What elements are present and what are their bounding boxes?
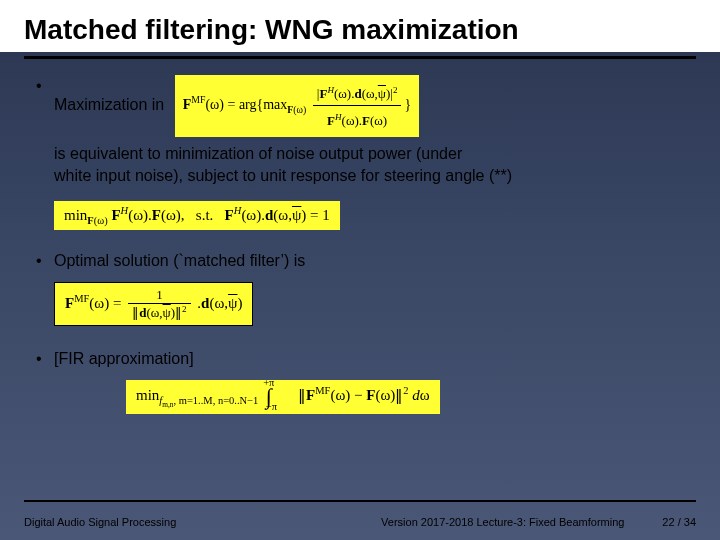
bullet-2: • Optimal solution (`matched filter’) is	[36, 250, 684, 272]
page-title: Matched filtering: WNG maximization	[24, 14, 696, 46]
bullet-1-lead-text: Maximization in	[54, 96, 164, 113]
page-current: 22	[662, 516, 674, 528]
bullet-1-follow-line2: white input noise), subject to unit resp…	[54, 167, 512, 184]
equation-fir-approx: minfm,n, m=1..M, n=0..N−1 ∫−π+π ‖FMF(ω) …	[126, 380, 440, 414]
bullet-3: • [FIR approximation]	[36, 348, 684, 370]
equation-wng-def: FMF(ω) = arg{maxF(ω) |FH(ω).d(ω,ψ)|2 FH(…	[175, 75, 419, 137]
equation-matched-filter: FMF(ω) = 1 ‖d(ω,ψ)‖2 .d(ω,ψ)	[54, 282, 253, 326]
bullet-1-lead: Maximization in FMF(ω) = arg{maxF(ω) |FH…	[54, 75, 419, 137]
footer-middle: Version 2017-2018 Lecture-3: Fixed Beamf…	[343, 516, 662, 528]
mf-numerator: 1	[128, 287, 190, 304]
footer-page: 22 / 34	[662, 516, 696, 528]
slide-body: • Maximization in FMF(ω) = arg{maxF(ω) |…	[0, 59, 720, 428]
bullet-marker: •	[36, 250, 54, 272]
page-sep: /	[675, 516, 684, 528]
footer: Digital Audio Signal Processing Version …	[24, 516, 696, 528]
bullet-3-text: [FIR approximation]	[54, 348, 194, 370]
page-total: 34	[684, 516, 696, 528]
bullet-marker: •	[36, 75, 54, 97]
equation-constraint: minF(ω) FH(ω).F(ω), s.t. FH(ω).d(ω,ψ) = …	[54, 201, 340, 230]
footer-divider	[24, 500, 696, 502]
bullet-2-text: Optimal solution (`matched filter’) is	[54, 250, 305, 272]
bullet-marker: •	[36, 348, 54, 370]
title-bar: Matched filtering: WNG maximization	[0, 0, 720, 52]
bullet-1-follow-line1: is equivalent to minimization of noise o…	[54, 145, 462, 162]
bullet-1-followup: is equivalent to minimization of noise o…	[54, 143, 684, 187]
bullet-1: • Maximization in FMF(ω) = arg{maxF(ω) |…	[36, 75, 684, 137]
footer-left: Digital Audio Signal Processing	[24, 516, 343, 528]
